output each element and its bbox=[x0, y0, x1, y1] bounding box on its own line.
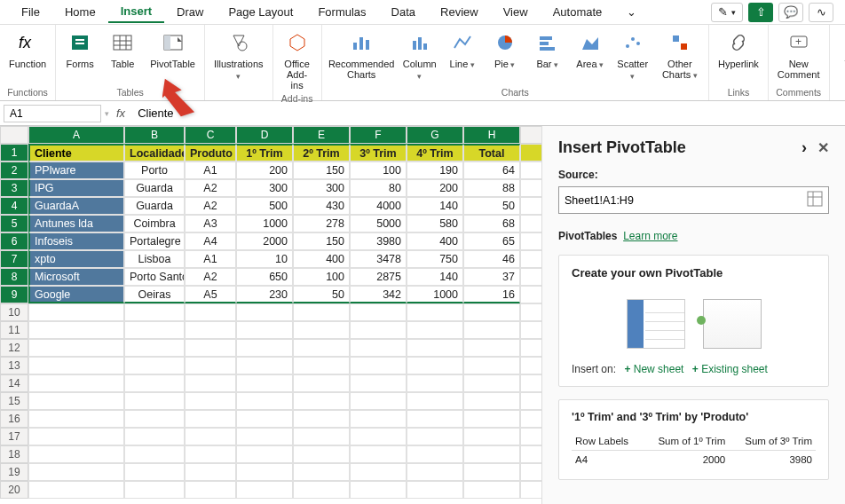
data-cell[interactable]: 200 bbox=[407, 179, 463, 197]
tab-automate[interactable]: Automate bbox=[541, 2, 615, 22]
data-cell[interactable]: 200 bbox=[236, 161, 293, 179]
existing-sheet-button[interactable]: + Existing sheet bbox=[692, 363, 768, 375]
col-header-C[interactable]: C bbox=[185, 126, 236, 144]
data-cell[interactable]: Coimbra bbox=[124, 215, 185, 232]
forms-button[interactable]: Forms bbox=[63, 28, 97, 71]
data-cell[interactable]: A2 bbox=[185, 268, 236, 286]
data-cell[interactable]: 50 bbox=[293, 286, 350, 303]
data-cell[interactable]: Antunes lda bbox=[28, 215, 124, 232]
header-cell[interactable]: 4º Trim bbox=[407, 144, 463, 161]
data-cell[interactable]: 46 bbox=[463, 250, 520, 268]
data-cell[interactable]: Infoseis bbox=[28, 232, 124, 250]
source-input[interactable] bbox=[565, 194, 807, 207]
column-chart-button[interactable]: Column bbox=[403, 28, 437, 83]
new-comment-button[interactable]: +New Comment bbox=[776, 28, 822, 82]
col-header-H[interactable]: H bbox=[463, 126, 520, 144]
tab-home[interactable]: Home bbox=[52, 2, 108, 22]
data-cell[interactable]: A2 bbox=[185, 197, 236, 215]
tab-data[interactable]: Data bbox=[379, 2, 428, 22]
name-box[interactable] bbox=[4, 105, 101, 122]
data-cell[interactable]: 100 bbox=[293, 268, 350, 286]
data-cell[interactable]: 430 bbox=[293, 197, 350, 215]
data-cell[interactable]: 65 bbox=[463, 232, 520, 250]
editing-mode-button[interactable]: ✎▾ bbox=[711, 3, 743, 22]
data-cell[interactable]: Guarda bbox=[124, 179, 185, 197]
formula-input[interactable] bbox=[132, 105, 845, 122]
activity-button[interactable]: ∿ bbox=[809, 3, 833, 22]
area-chart-button[interactable]: Area bbox=[573, 28, 607, 72]
close-panel-button[interactable]: ✕ bbox=[817, 139, 829, 156]
function-button[interactable]: fxFunction bbox=[7, 28, 48, 71]
tab-more[interactable]: ⌄ bbox=[614, 2, 649, 22]
pivot-preview[interactable] bbox=[572, 288, 816, 363]
data-cell[interactable]: Lisboa bbox=[124, 250, 185, 268]
data-cell[interactable]: 150 bbox=[293, 161, 350, 179]
textbox-button[interactable]: AText Box bbox=[837, 28, 845, 82]
col-header-B[interactable]: B bbox=[124, 126, 185, 144]
data-cell[interactable]: Porto bbox=[124, 161, 185, 179]
data-cell[interactable]: 50 bbox=[463, 197, 520, 215]
header-cell[interactable]: 1º Trim bbox=[236, 144, 293, 161]
range-picker-icon[interactable] bbox=[807, 191, 823, 209]
data-cell[interactable]: 300 bbox=[236, 179, 293, 197]
scatter-chart-button[interactable]: Scatter bbox=[616, 28, 650, 83]
data-cell[interactable]: 100 bbox=[350, 161, 407, 179]
recommended-charts-button[interactable]: Recommended Charts bbox=[329, 28, 394, 82]
tab-formulas[interactable]: Formulas bbox=[305, 2, 378, 22]
data-cell[interactable]: Oeiras bbox=[124, 286, 185, 303]
data-cell[interactable]: A1 bbox=[185, 161, 236, 179]
header-cell[interactable]: Cliente bbox=[28, 144, 124, 161]
data-cell[interactable]: 2875 bbox=[350, 268, 407, 286]
header-cell[interactable]: 3º Trim bbox=[350, 144, 407, 161]
suggested-pivot-card[interactable]: '1º Trim' and '3º Trim' by 'Produto' Row… bbox=[558, 399, 829, 480]
data-cell[interactable]: 4000 bbox=[350, 197, 407, 215]
data-cell[interactable]: 342 bbox=[350, 286, 407, 303]
data-cell[interactable]: 3478 bbox=[350, 250, 407, 268]
data-cell[interactable]: IPG bbox=[28, 179, 124, 197]
data-cell[interactable]: 400 bbox=[293, 250, 350, 268]
illustrations-button[interactable]: Illustrations bbox=[212, 28, 265, 83]
data-cell[interactable]: 140 bbox=[407, 268, 463, 286]
data-cell[interactable]: Google bbox=[28, 286, 124, 303]
tab-page-layout[interactable]: Page Layout bbox=[216, 2, 305, 22]
comments-button[interactable]: 💬 bbox=[778, 3, 803, 22]
col-header-A[interactable]: A bbox=[28, 126, 124, 144]
data-cell[interactable]: 1000 bbox=[407, 286, 463, 303]
data-cell[interactable]: xpto bbox=[28, 250, 124, 268]
data-cell[interactable]: 278 bbox=[293, 215, 350, 232]
col-header-D[interactable]: D bbox=[236, 126, 293, 144]
addins-button[interactable]: Office Add-ins bbox=[280, 28, 314, 92]
fx-label[interactable]: fx bbox=[109, 106, 132, 120]
data-cell[interactable]: GuardaA bbox=[28, 197, 124, 215]
data-cell[interactable]: 300 bbox=[293, 179, 350, 197]
other-charts-button[interactable]: Other Charts bbox=[659, 28, 701, 83]
chevron-right-icon[interactable]: › bbox=[802, 138, 807, 157]
col-header-F[interactable]: F bbox=[350, 126, 407, 144]
data-cell[interactable]: Portalegre bbox=[124, 232, 185, 250]
tab-draw[interactable]: Draw bbox=[164, 2, 216, 22]
bar-chart-button[interactable]: Bar bbox=[531, 28, 565, 72]
data-cell[interactable]: 16 bbox=[463, 286, 520, 303]
data-cell[interactable]: 10 bbox=[236, 250, 293, 268]
data-cell[interactable]: 5000 bbox=[350, 215, 407, 232]
data-cell[interactable]: Microsoft bbox=[28, 268, 124, 286]
data-cell[interactable]: 190 bbox=[407, 161, 463, 179]
data-cell[interactable]: 2000 bbox=[236, 232, 293, 250]
col-header-E[interactable]: E bbox=[293, 126, 350, 144]
data-cell[interactable]: 400 bbox=[407, 232, 463, 250]
header-cell[interactable]: Localidade bbox=[124, 144, 185, 161]
data-cell[interactable]: 1000 bbox=[236, 215, 293, 232]
header-cell[interactable]: Produto bbox=[185, 144, 236, 161]
data-cell[interactable]: 230 bbox=[236, 286, 293, 303]
line-chart-button[interactable]: Line bbox=[446, 28, 479, 72]
data-cell[interactable]: PPlware bbox=[28, 161, 124, 179]
tab-review[interactable]: Review bbox=[428, 2, 491, 22]
data-cell[interactable]: 580 bbox=[407, 215, 463, 232]
learn-more-link[interactable]: Learn more bbox=[623, 230, 677, 242]
data-cell[interactable]: A5 bbox=[185, 286, 236, 303]
data-cell[interactable]: 150 bbox=[293, 232, 350, 250]
tab-insert[interactable]: Insert bbox=[108, 1, 164, 23]
data-cell[interactable]: 650 bbox=[236, 268, 293, 286]
data-cell[interactable]: 3980 bbox=[350, 232, 407, 250]
data-cell[interactable]: 68 bbox=[463, 215, 520, 232]
